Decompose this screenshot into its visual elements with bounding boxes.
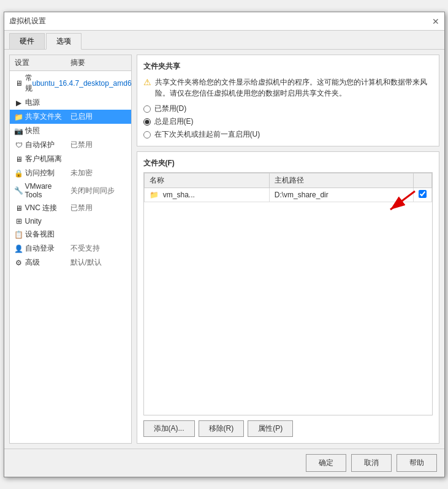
- menu-item-vnc[interactable]: 🖥 VNC 连接 已禁用: [10, 201, 131, 215]
- advanced-value: 默认/默认: [70, 257, 126, 268]
- access-control-icon: 🔒: [15, 169, 23, 178]
- right-panel: 文件夹共享 ⚠ 共享文件夹将给您的文件显示给虚拟机中的程序。这可能为您的计算机和…: [137, 55, 439, 444]
- autologin-icon: 👤: [15, 245, 23, 253]
- vnc-value: 已禁用: [70, 203, 126, 213]
- menu-item-general[interactable]: 🖥 常规 ubuntu_16.4.7_desktop_amd64: [10, 71, 131, 96]
- vmware-tools-icon: 🔧: [15, 186, 23, 195]
- menu-item-autologin[interactable]: 👤 自动登录 不受支持: [10, 241, 131, 256]
- cancel-button[interactable]: 取消: [351, 454, 392, 472]
- menu-item-power[interactable]: ▶ 电源: [10, 96, 131, 110]
- warning-text: 共享文件夹将给您的文件显示给虚拟机中的程序。这可能为您的计算机和数据带来风险。请…: [155, 77, 433, 99]
- properties-button[interactable]: 属性(P): [248, 420, 293, 437]
- vnc-icon: 🖥: [15, 204, 23, 213]
- bottom-bar: 确定 取消 帮助: [4, 449, 444, 477]
- radio-disabled[interactable]: 已禁用(D): [143, 104, 433, 114]
- access-control-value: 未加密: [70, 168, 126, 178]
- folder-name-cell: 📁 vm_sha...: [144, 188, 269, 202]
- tab-bar: 硬件 选项: [4, 31, 444, 50]
- autoprotect-icon: 🛡: [15, 141, 23, 150]
- general-icon: 🖥: [15, 79, 23, 88]
- menu-item-unity[interactable]: ⊞ Unity: [10, 215, 131, 227]
- device-view-icon: 📋: [15, 230, 23, 239]
- col-settings: 设置: [15, 58, 70, 68]
- menu-item-shared-folders[interactable]: 📁 共享文件夹 已启用: [10, 110, 131, 124]
- menu-item-autoprotect[interactable]: 🛡 自动保护 已禁用: [10, 138, 131, 152]
- menu-item-snapshot[interactable]: 📷 快照: [10, 124, 131, 138]
- snapshot-icon: 📷: [15, 127, 23, 135]
- shared-folders-value: 已启用: [70, 112, 126, 122]
- folder-path-cell: D:\vm_share_dir: [269, 188, 413, 202]
- folder-table: 名称 主机路径 📁 vm_sha...: [144, 173, 432, 202]
- unity-icon: ⊞: [15, 217, 23, 226]
- folder-section: 文件夹(F): [137, 151, 439, 444]
- help-button[interactable]: 帮助: [397, 454, 437, 472]
- general-value: ubuntu_16.4.7_desktop_amd64: [32, 79, 132, 88]
- radio-always-enable[interactable]: 总是启用(E): [143, 116, 433, 127]
- radio-group: 已禁用(D) 总是启用(E) 在下次关机或挂起前一直启用(U): [143, 104, 433, 140]
- folder-enabled-checkbox[interactable]: [419, 190, 427, 198]
- title-bar: 虚拟机设置 ✕: [4, 12, 444, 31]
- close-button[interactable]: ✕: [432, 17, 439, 26]
- table-row[interactable]: 📁 vm_sha... D:\vm_share_dir: [144, 188, 431, 202]
- power-icon: ▶: [15, 99, 23, 107]
- folder-buttons: 添加(A)... 移除(R) 属性(P): [143, 420, 433, 437]
- col-host-path: 主机路径: [269, 173, 413, 188]
- radio-until-suspend[interactable]: 在下次关机或挂起前一直启用(U): [143, 129, 433, 140]
- menu-item-vmware-tools[interactable]: 🔧 VMware Tools 关闭时间同步: [10, 180, 131, 201]
- col-summary: 摘要: [70, 58, 126, 68]
- autoprotect-value: 已禁用: [70, 140, 126, 150]
- warning-row: ⚠ 共享文件夹将给您的文件显示给虚拟机中的程序。这可能为您的计算机和数据带来风险…: [143, 77, 433, 99]
- folder-enabled-cell[interactable]: [413, 188, 431, 202]
- share-section: 文件夹共享 ⚠ 共享文件夹将给您的文件显示给虚拟机中的程序。这可能为您的计算机和…: [137, 55, 439, 146]
- window-title: 虚拟机设置: [9, 16, 46, 26]
- folder-title: 文件夹(F): [143, 158, 433, 169]
- col-check: [413, 173, 431, 188]
- guest-isolation-icon: 🖥: [15, 155, 23, 164]
- menu-item-access-control[interactable]: 🔒 访问控制 未加密: [10, 166, 131, 180]
- tab-options[interactable]: 选项: [46, 33, 82, 50]
- vmware-tools-value: 关闭时间同步: [70, 186, 126, 196]
- left-panel-header: 设置 摘要: [10, 55, 131, 71]
- autologin-value: 不受支持: [70, 243, 126, 254]
- folder-table-container: 名称 主机路径 📁 vm_sha...: [143, 172, 433, 415]
- left-panel: 设置 摘要 🖥 常规 ubuntu_16.4.7_desktop_amd64 ▶…: [9, 55, 132, 444]
- col-name: 名称: [144, 173, 269, 188]
- remove-button[interactable]: 移除(R): [199, 420, 245, 437]
- ok-button[interactable]: 确定: [306, 454, 346, 472]
- share-title: 文件夹共享: [143, 61, 433, 72]
- shared-folder-icon: 📁: [15, 113, 23, 121]
- advanced-icon: ⚙: [15, 259, 23, 267]
- menu-item-advanced[interactable]: ⚙ 高级 默认/默认: [10, 256, 131, 270]
- tab-hardware[interactable]: 硬件: [9, 33, 45, 49]
- vm-settings-window: 虚拟机设置 ✕ 硬件 选项 设置 摘要 🖥 常规 ubuntu_16.4.7_d…: [4, 12, 445, 477]
- add-button[interactable]: 添加(A)...: [143, 420, 195, 437]
- folder-row-icon: 📁: [150, 191, 159, 199]
- menu-item-guest-isolation[interactable]: 🖥 客户机隔离: [10, 152, 131, 166]
- warning-icon: ⚠: [143, 77, 151, 87]
- menu-item-device-view[interactable]: 📋 设备视图: [10, 227, 131, 241]
- content-area: 设置 摘要 🖥 常规 ubuntu_16.4.7_desktop_amd64 ▶…: [4, 50, 444, 449]
